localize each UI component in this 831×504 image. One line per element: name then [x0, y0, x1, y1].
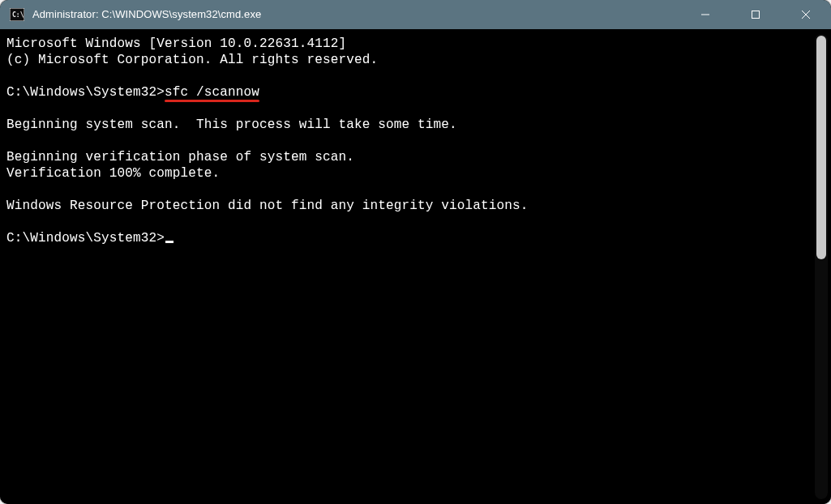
- terminal-output[interactable]: Microsoft Windows [Version 10.0.22631.41…: [0, 29, 815, 504]
- terminal-line: [6, 182, 807, 198]
- maximize-button[interactable]: [730, 0, 781, 29]
- titlebar-left: C:\ Administrator: C:\WINDOWS\system32\c…: [0, 0, 680, 29]
- minimize-button[interactable]: [680, 0, 730, 29]
- terminal-line: [6, 214, 807, 230]
- titlebar[interactable]: C:\ Administrator: C:\WINDOWS\system32\c…: [0, 0, 831, 29]
- vertical-scrollbar[interactable]: [815, 34, 828, 499]
- terminal-line: [6, 68, 807, 84]
- terminal-area: Microsoft Windows [Version 10.0.22631.41…: [0, 29, 831, 504]
- terminal-line: [6, 100, 807, 117]
- scrollbar-thumb[interactable]: [816, 36, 826, 259]
- terminal-line: Windows Resource Protection did not find…: [6, 198, 807, 214]
- svg-text:C:\: C:\: [12, 11, 24, 19]
- window-title: Administrator: C:\WINDOWS\system32\cmd.e…: [32, 0, 261, 29]
- cursor: [165, 241, 173, 243]
- typed-command: sfc /scannow: [165, 84, 259, 100]
- terminal-line: Microsoft Windows [Version 10.0.22631.41…: [6, 36, 807, 52]
- svg-rect-3: [752, 11, 760, 19]
- app-window: C:\ Administrator: C:\WINDOWS\system32\c…: [0, 0, 831, 504]
- prompt: C:\Windows\System32>: [6, 85, 165, 100]
- terminal-line: Beginning verification phase of system s…: [6, 149, 807, 165]
- close-button[interactable]: [781, 0, 831, 29]
- window-controls: [680, 0, 831, 29]
- terminal-line: [6, 133, 807, 149]
- cmd-icon: C:\: [10, 8, 24, 21]
- terminal-line: Verification 100% complete.: [6, 165, 807, 182]
- terminal-line: (c) Microsoft Corporation. All rights re…: [6, 52, 807, 68]
- prompt: C:\Windows\System32>: [6, 231, 165, 246]
- terminal-line: Beginning system scan. This process will…: [6, 117, 807, 133]
- terminal-line: C:\Windows\System32>: [6, 230, 807, 246]
- terminal-line: C:\Windows\System32>sfc /scannow: [6, 84, 807, 100]
